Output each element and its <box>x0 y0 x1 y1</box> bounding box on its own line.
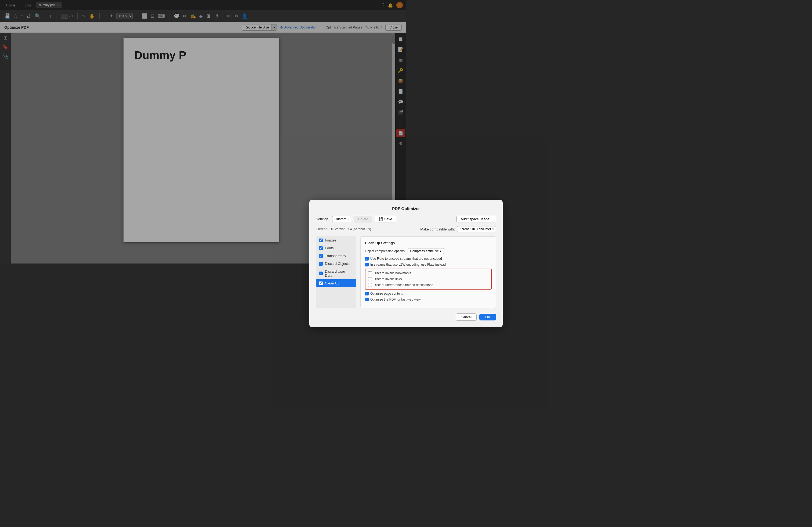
nav-checkbox-transparency[interactable]: ✓ <box>319 254 323 258</box>
nav-label-discard-objects: Discard Objects <box>325 261 350 264</box>
settings-select[interactable]: Custom ▾ <box>332 216 351 222</box>
save-label: Save <box>384 217 392 221</box>
settings-section-title: Clean Up Settings <box>365 241 406 245</box>
nav-checkbox-fonts[interactable]: ✓ <box>319 246 323 250</box>
settings-value: Custom <box>335 217 347 221</box>
settings-select-arrow: ▾ <box>347 217 349 220</box>
checkbox-row-lzw: ✓ In streams that use LZW encoding, use … <box>365 263 406 264</box>
pdf-optimizer-modal: PDF Optimizer Settings: Custom ▾ Delete … <box>309 200 406 264</box>
save-button[interactable]: 💾 Save <box>375 216 396 223</box>
nav-checkbox-images[interactable]: ✓ <box>319 239 323 242</box>
nav-item-images[interactable]: ✓ Images <box>316 237 356 244</box>
compression-row: Object compression options: Compress ent… <box>365 248 406 254</box>
nav-label-images: Images <box>325 238 336 242</box>
checkbox-row-use-flate: ✓ Use Flate to encode streams that are n… <box>365 257 406 260</box>
nav-checkbox-discard-objects[interactable]: ✓ <box>319 262 323 264</box>
modal-body: ✓ Images ✓ Fonts ✓ Transparency ✓ Discar… <box>316 237 406 264</box>
nav-label-transparency: Transparency <box>325 254 346 258</box>
nav-item-transparency[interactable]: ✓ Transparency <box>316 252 356 260</box>
modal-nav: ✓ Images ✓ Fonts ✓ Transparency ✓ Discar… <box>316 237 356 264</box>
checkbox-use-flate[interactable]: ✓ <box>365 257 369 260</box>
checkbox-lzw[interactable]: ✓ <box>365 263 369 264</box>
modal-settings-panel: Clean Up Settings Object compression opt… <box>360 237 406 264</box>
compression-label: Object compression options: <box>365 249 405 253</box>
modal-overlay: PDF Optimizer Settings: Custom ▾ Delete … <box>0 0 406 264</box>
nav-item-fonts[interactable]: ✓ Fonts <box>316 244 356 252</box>
label-lzw: In streams that use LZW encoding, use Fl… <box>370 263 406 264</box>
modal-title: PDF Optimizer <box>316 206 406 211</box>
nav-label-fonts: Fonts <box>325 246 334 250</box>
delete-button: Delete <box>354 216 372 223</box>
label-use-flate: Use Flate to encode streams that are not… <box>370 257 406 260</box>
settings-label: Settings: <box>316 217 330 221</box>
nav-item-discard-objects[interactable]: ✓ Discard Objects <box>316 260 356 264</box>
pdf-version-text: Current PDF Version: 1.4 (Acrobat 5.x) <box>316 227 371 231</box>
save-icon-modal: 💾 <box>379 217 383 221</box>
modal-top-row: Settings: Custom ▾ Delete 💾 Save Audit s… <box>316 216 406 223</box>
compat-row: Current PDF Version: 1.4 (Acrobat 5.x) M… <box>316 226 406 232</box>
